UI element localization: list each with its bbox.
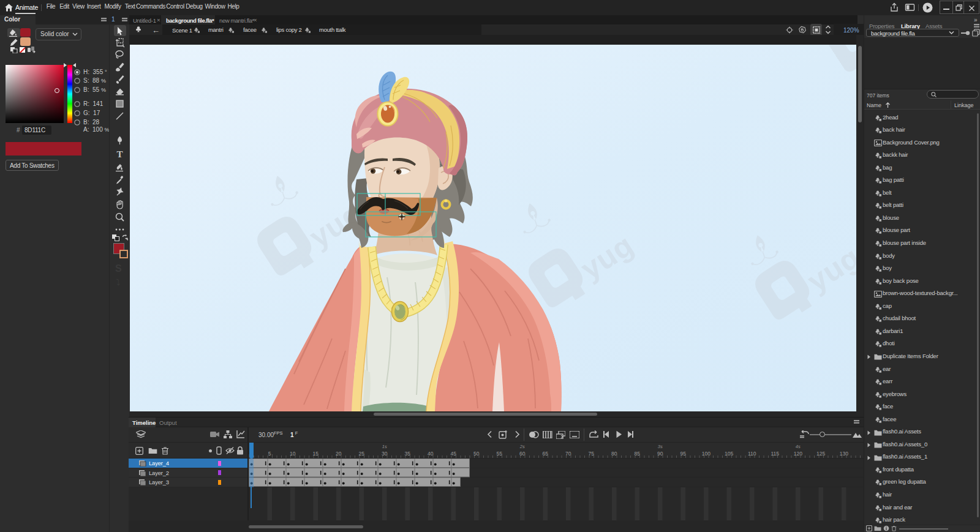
- svg-text:T: T: [116, 149, 123, 159]
